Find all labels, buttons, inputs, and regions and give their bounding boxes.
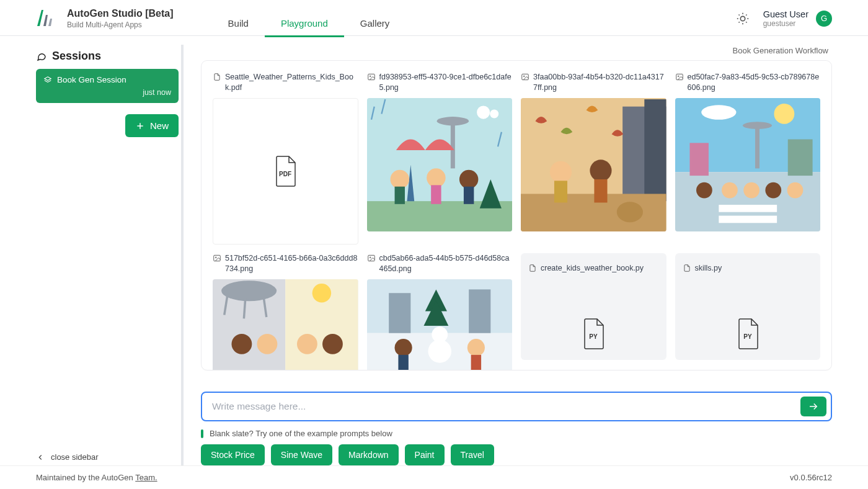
svg-point-38 xyxy=(550,161,572,183)
new-button-label: New xyxy=(150,120,169,131)
file-tile-image[interactable]: 3faa00bb-93af-4b54-b320-dc11a43177ff.png xyxy=(521,72,666,244)
file-icon xyxy=(528,264,537,272)
svg-point-71 xyxy=(297,334,317,354)
svg-line-66 xyxy=(244,298,245,318)
close-sidebar-button[interactable]: close sidebar xyxy=(36,447,99,467)
session-item-active[interactable]: Book Gen Session just now xyxy=(36,69,179,103)
svg-rect-26 xyxy=(431,185,441,204)
file-tile-image[interactable]: 517bf52d-c651-4165-b66a-0a3c6ddd8734.png xyxy=(213,253,358,370)
svg-point-50 xyxy=(743,122,772,129)
svg-point-14 xyxy=(370,76,371,77)
svg-rect-39 xyxy=(554,181,567,202)
file-name: Seattle_Weather_Patterns_Kids_Book.pdf xyxy=(225,72,358,93)
svg-rect-25 xyxy=(394,187,404,204)
user-text: Guest User guestuser xyxy=(763,9,808,28)
svg-rect-49 xyxy=(755,128,759,168)
svg-point-72 xyxy=(322,334,343,354)
message-input[interactable] xyxy=(212,401,800,412)
file-tile-python[interactable]: skills.py PY xyxy=(675,253,821,370)
send-icon xyxy=(808,401,819,412)
sessions-title: Sessions xyxy=(52,50,101,63)
svg-point-59 xyxy=(787,182,803,199)
chip-travel[interactable]: Travel xyxy=(451,444,494,465)
results-card: Seattle_Weather_Patterns_Kids_Book.pdf P… xyxy=(201,60,832,370)
sessions-header: Sessions xyxy=(36,45,179,69)
svg-line-3 xyxy=(738,14,739,15)
svg-point-24 xyxy=(459,170,477,189)
app-logo xyxy=(36,7,53,30)
svg-point-61 xyxy=(215,257,216,258)
footer-prefix: Maintained by the AutoGen xyxy=(36,473,135,482)
svg-point-64 xyxy=(221,280,277,301)
file-icon xyxy=(213,73,221,81)
svg-point-69 xyxy=(231,334,252,354)
file-name: ed50fac7-9a83-45d5-9c53-cb789678e606.png xyxy=(688,72,821,93)
workflow-label: Book Generation Workflow xyxy=(201,43,832,60)
nav-tabs: Build Playground Gallery xyxy=(212,6,406,31)
svg-rect-86 xyxy=(471,355,480,370)
svg-text:PDF: PDF xyxy=(279,171,291,177)
thumbnail xyxy=(675,98,821,231)
main-panel: Book Generation Workflow Seattle_Weather… xyxy=(190,36,868,465)
footer-credit: Maintained by the AutoGen Team. xyxy=(36,473,157,482)
thumbnail xyxy=(367,279,513,370)
image-icon xyxy=(367,254,376,262)
svg-rect-53 xyxy=(719,205,777,212)
send-button[interactable] xyxy=(800,397,826,416)
image-icon xyxy=(213,254,221,262)
new-session-button[interactable]: New xyxy=(125,114,179,137)
svg-point-82 xyxy=(432,326,448,343)
file-tile-python[interactable]: create_kids_weather_book.py PY xyxy=(521,253,666,370)
svg-rect-78 xyxy=(469,289,490,333)
file-name: 517bf52d-c651-4165-b66a-0a3c6ddd8734.png xyxy=(225,253,358,274)
image-icon xyxy=(367,73,376,81)
file-name: 3faa00bb-93af-4b54-b320-dc11a43177ff.png xyxy=(533,72,666,93)
svg-rect-32 xyxy=(522,74,529,79)
svg-point-47 xyxy=(774,104,794,124)
user-handle: guestuser xyxy=(763,19,808,28)
theme-toggle-icon[interactable] xyxy=(736,12,750,25)
file-name: skills.py xyxy=(695,263,722,274)
chip-sine-wave[interactable]: Sine Wave xyxy=(271,444,332,465)
svg-rect-54 xyxy=(719,216,777,223)
brand-title: AutoGen Studio [Beta] xyxy=(67,8,174,19)
brand-block: AutoGen Studio [Beta] Build Multi-Agent … xyxy=(67,8,174,29)
thumbnail xyxy=(367,98,513,231)
file-tile-image[interactable]: ed50fac7-9a83-45d5-9c53-cb789678e606.png xyxy=(675,72,821,244)
footer-team-link[interactable]: Team. xyxy=(135,473,157,482)
file-name: cbd5ab66-ada5-44b5-b575-d46d58ca465d.png xyxy=(379,253,513,274)
pdf-icon: PDF xyxy=(273,155,298,187)
close-sidebar-label: close sidebar xyxy=(51,452,99,462)
hint-accent xyxy=(201,429,203,438)
svg-line-4 xyxy=(746,22,746,22)
chip-markdown[interactable]: Markdown xyxy=(339,444,399,465)
svg-point-56 xyxy=(722,182,738,199)
svg-point-22 xyxy=(390,170,409,189)
svg-point-23 xyxy=(427,168,445,187)
svg-rect-41 xyxy=(594,179,607,203)
svg-point-18 xyxy=(436,117,469,125)
avatar[interactable]: G xyxy=(816,11,832,27)
svg-rect-85 xyxy=(398,355,408,370)
tab-gallery[interactable]: Gallery xyxy=(344,12,406,37)
chip-paint[interactable]: Paint xyxy=(405,444,445,465)
svg-point-57 xyxy=(743,182,760,199)
svg-rect-52 xyxy=(787,139,812,176)
file-tile-pdf[interactable]: Seattle_Weather_Patterns_Kids_Book.pdf P… xyxy=(213,72,358,244)
file-tile-image[interactable]: cbd5ab66-ada5-44b5-b575-d46d58ca465d.png xyxy=(367,253,513,370)
hint-text: Blank slate? Try one of the example prom… xyxy=(210,429,392,438)
svg-point-55 xyxy=(696,182,712,199)
svg-point-19 xyxy=(477,106,490,119)
chat-icon xyxy=(36,51,47,62)
user-block[interactable]: Guest User guestuser G xyxy=(763,9,832,28)
svg-point-48 xyxy=(701,105,736,119)
tab-playground[interactable]: Playground xyxy=(265,12,344,37)
tab-build[interactable]: Build xyxy=(212,12,265,37)
thumbnail xyxy=(213,279,358,370)
file-tile-image[interactable]: fd938953-eff5-4370-9ce1-dfbe6c1dafe5.png xyxy=(367,72,513,244)
file-icon xyxy=(683,264,691,272)
chip-stock-price[interactable]: Stock Price xyxy=(201,444,265,465)
svg-point-70 xyxy=(257,334,278,354)
svg-line-7 xyxy=(738,22,739,22)
thumbnail: PDF xyxy=(213,98,358,244)
